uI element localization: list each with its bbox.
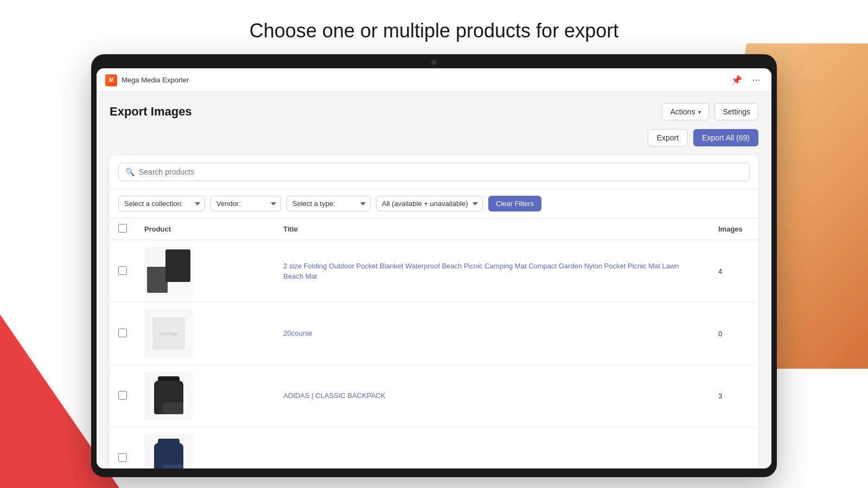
backpack-image-2 — [150, 438, 188, 468]
row-checkbox-1[interactable] — [118, 266, 127, 275]
table-row: No image 20course 0 — [110, 303, 758, 365]
device-camera — [431, 60, 437, 65]
pin-icon: 📌 — [731, 75, 742, 85]
product-title-cell-3: ADIDAS | CLASSIC BACKPACK — [275, 365, 710, 427]
search-input-wrapper: 🔍 — [118, 163, 750, 181]
products-table: Product Title Images — [110, 219, 758, 468]
table-row: ADIDAS | CLASSIC BACKPACK 3 — [110, 365, 758, 427]
table-header-row: Product Title Images — [110, 219, 758, 240]
row-checkbox-2[interactable] — [118, 329, 127, 337]
backpack-pocket — [163, 402, 183, 414]
product-img-cell-1 — [136, 240, 202, 303]
row-checkbox-4[interactable] — [118, 453, 127, 462]
backpack-image — [150, 375, 188, 416]
page-header-actions: Actions ▾ Settings — [662, 103, 758, 120]
table-row — [110, 427, 758, 469]
images-count-cell-1: 4 — [710, 240, 758, 303]
export-label: Export — [657, 133, 679, 142]
actions-label: Actions — [670, 107, 695, 116]
blanket-small — [147, 267, 168, 293]
product-img-cell-3 — [136, 365, 202, 427]
pin-button[interactable]: 📌 — [729, 74, 744, 86]
table-body: 2 size Folding Outdoor Pocket Blanket Wa… — [110, 240, 758, 469]
page-header: Export Images Actions ▾ Settings — [110, 103, 758, 120]
app-logo-text: M — [109, 77, 113, 83]
images-count-cell-4 — [710, 427, 758, 469]
app-content: Export Images Actions ▾ Settings Export — [97, 92, 771, 468]
export-row: Export Export All (69) — [110, 129, 758, 146]
images-count-cell-2: 0 — [710, 303, 758, 365]
product-img-1 — [144, 247, 193, 296]
vendor-filter[interactable]: Vendor: — [210, 196, 281, 211]
th-select-all — [110, 219, 136, 240]
product-title-cell-4 — [275, 427, 710, 469]
product-img-2: No image — [144, 309, 193, 358]
search-icon: 🔍 — [125, 168, 135, 176]
row-checkbox-cell-1 — [110, 240, 136, 303]
product-title-cell-1: 2 size Folding Outdoor Pocket Blanket Wa… — [275, 240, 710, 303]
settings-label: Settings — [723, 107, 750, 116]
product-empty-cell-4 — [202, 427, 275, 469]
backpack-body — [154, 381, 183, 414]
search-input[interactable] — [139, 168, 743, 176]
backpack-body-2 — [154, 443, 183, 468]
product-empty-cell-3 — [202, 365, 275, 427]
row-checkbox-3[interactable] — [118, 391, 127, 400]
th-title: Title — [275, 219, 710, 240]
device-frame: M Mega Media Exporter 📌 ⋯ Export Images — [91, 54, 777, 477]
device-screen: M Mega Media Exporter 📌 ⋯ Export Images — [97, 68, 771, 468]
blank-placeholder: No image — [152, 317, 185, 350]
product-img-3 — [144, 371, 193, 420]
collection-filter[interactable]: Select a collection: — [118, 196, 205, 211]
actions-button[interactable]: Actions ▾ — [662, 103, 709, 120]
images-count-cell-3: 3 — [710, 365, 758, 427]
backpack-pocket-2 — [163, 465, 183, 468]
more-options-button[interactable]: ⋯ — [750, 74, 763, 86]
clear-filters-label: Clear Filters — [496, 200, 534, 208]
product-img-4 — [144, 434, 193, 468]
table-row: 2 size Folding Outdoor Pocket Blanket Wa… — [110, 240, 758, 303]
app-topbar: M Mega Media Exporter 📌 ⋯ — [97, 68, 771, 92]
page-title: Export Images — [110, 105, 192, 119]
product-img-cell-2: No image — [136, 303, 202, 365]
th-images: Images — [710, 219, 758, 240]
settings-button[interactable]: Settings — [714, 103, 758, 120]
blanket-main — [165, 249, 190, 282]
app-topbar-left: M Mega Media Exporter — [105, 74, 189, 86]
app-topbar-right: 📌 ⋯ — [729, 74, 763, 86]
clear-filters-button[interactable]: Clear Filters — [488, 196, 541, 211]
product-img-cell-4 — [136, 427, 202, 469]
export-button[interactable]: Export — [648, 129, 688, 146]
row-checkbox-cell-2 — [110, 303, 136, 365]
row-checkbox-cell-4 — [110, 427, 136, 469]
filters-row: Select a collection: Vendor: Select a ty… — [110, 189, 758, 219]
export-all-label: Export All (69) — [702, 133, 750, 142]
search-bar: 🔍 — [110, 155, 758, 189]
product-title-link-1[interactable]: 2 size Folding Outdoor Pocket Blanket Wa… — [283, 262, 679, 281]
row-checkbox-cell-3 — [110, 365, 136, 427]
actions-chevron-icon: ▾ — [698, 109, 701, 115]
page-heading: Choose one or multiple products for expo… — [0, 0, 868, 42]
type-filter[interactable]: Select a type: — [286, 196, 371, 211]
th-product: Product — [136, 219, 275, 240]
availability-filter[interactable]: All (available + unavailable) Available … — [376, 196, 483, 211]
export-all-button[interactable]: Export All (69) — [693, 129, 758, 146]
select-all-checkbox[interactable] — [118, 224, 127, 233]
product-title-link-3[interactable]: ADIDAS | CLASSIC BACKPACK — [283, 391, 385, 400]
products-card: 🔍 Select a collection: Vendor: Select a … — [110, 155, 758, 468]
app-logo: M — [105, 74, 117, 86]
product-title-link-2[interactable]: 20course — [283, 329, 312, 337]
more-icon: ⋯ — [752, 75, 761, 85]
product-empty-cell-2 — [202, 303, 275, 365]
app-name: Mega Media Exporter — [122, 76, 189, 84]
blanket-image — [147, 249, 190, 293]
product-empty-cell-1 — [202, 240, 275, 303]
product-title-cell-2: 20course — [275, 303, 710, 365]
